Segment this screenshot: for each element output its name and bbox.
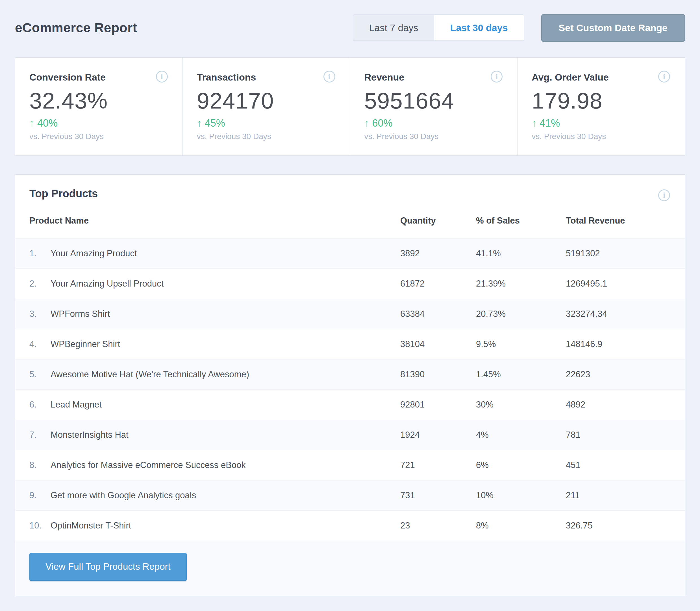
product-quantity: 721 [400, 460, 476, 470]
metric-change: ↑ 60% [364, 117, 518, 129]
metric-compare-label: vs. Previous 30 Days [532, 132, 685, 141]
product-total-revenue: 451 [566, 460, 671, 470]
product-name: Your Amazing Upsell Product [50, 279, 400, 289]
table-row: 4. WPBeginner Shirt 38104 9.5% 148146.9 [15, 329, 685, 359]
product-name: Awesome Motive Hat (We're Technically Aw… [50, 369, 400, 379]
up-arrow-icon: ↑ [197, 117, 202, 129]
metrics-row: Conversion Rate i 32.43% ↑ 40% vs. Previ… [15, 57, 685, 156]
product-percent-of-sales: 8% [476, 521, 566, 531]
table-row: 6. Lead Magnet 92801 30% 4892 [15, 389, 685, 420]
metric-card-transactions: Transactions i 924170 ↑ 45% vs. Previous… [182, 58, 350, 155]
product-percent-of-sales: 1.45% [476, 369, 566, 379]
product-total-revenue: 781 [566, 430, 671, 440]
view-full-top-products-report-button[interactable]: View Full Top Products Report [29, 553, 187, 581]
table-row: 3. WPForms Shirt 63384 20.73% 323274.34 [15, 299, 685, 329]
product-name: MonsterInsights Hat [50, 430, 400, 440]
table-row: 1. Your Amazing Product 3892 41.1% 51913… [15, 238, 685, 268]
product-total-revenue: 148146.9 [566, 339, 671, 349]
product-percent-of-sales: 10% [476, 490, 566, 501]
product-total-revenue: 323274.34 [566, 309, 671, 319]
product-total-revenue: 4892 [566, 400, 671, 410]
metric-value: 32.43% [29, 90, 182, 112]
product-total-revenue: 22623 [566, 369, 671, 379]
topbar-controls: Last 7 days Last 30 days Set Custom Date… [353, 14, 685, 41]
product-name: OptinMonster T-Shirt [50, 521, 400, 531]
product-percent-of-sales: 41.1% [476, 249, 566, 258]
last-7-days-tab[interactable]: Last 7 days [353, 15, 435, 41]
metric-change-value: 40% [37, 117, 58, 129]
set-custom-date-range-button[interactable]: Set Custom Date Range [541, 14, 685, 41]
metric-change: ↑ 45% [197, 117, 350, 129]
info-icon[interactable]: i [156, 71, 168, 83]
product-name: WPForms Shirt [50, 309, 400, 319]
metric-value: 5951664 [364, 90, 518, 112]
metric-value: 924170 [197, 90, 350, 112]
metric-card-avg-order-value: Avg. Order Value i 179.98 ↑ 41% vs. Prev… [517, 58, 685, 155]
row-rank: 2. [29, 279, 50, 289]
product-percent-of-sales: 4% [476, 430, 566, 440]
product-percent-of-sales: 20.73% [476, 309, 566, 319]
top-products-title: Top Products [15, 175, 685, 200]
product-percent-of-sales: 21.39% [476, 279, 566, 289]
column-header-quantity: Quantity [400, 215, 476, 226]
product-quantity: 92801 [400, 400, 476, 410]
table-header-row: Product Name Quantity % of Sales Total R… [15, 215, 685, 238]
product-name: Lead Magnet [50, 400, 400, 410]
table-row: 8. Analytics for Massive eCommerce Succe… [15, 450, 685, 480]
product-quantity: 3892 [400, 249, 476, 258]
info-icon[interactable]: i [658, 189, 670, 201]
column-header-product-name: Product Name [29, 215, 400, 226]
row-rank: 4. [29, 339, 50, 349]
top-products-card: Top Products i Product Name Quantity % o… [15, 174, 685, 596]
metric-change-value: 41% [539, 117, 560, 129]
row-rank: 10. [29, 521, 50, 531]
product-total-revenue: 326.75 [566, 521, 671, 531]
metric-value: 179.98 [532, 90, 685, 112]
metric-card-conversion-rate: Conversion Rate i 32.43% ↑ 40% vs. Previ… [15, 58, 182, 155]
product-name: Get more with Google Analytics goals [50, 490, 400, 501]
row-rank: 3. [29, 309, 50, 319]
info-icon[interactable]: i [491, 71, 503, 83]
metric-compare-label: vs. Previous 30 Days [29, 132, 182, 141]
row-rank: 6. [29, 400, 50, 410]
table-row: 7. MonsterInsights Hat 1924 4% 781 [15, 420, 685, 450]
product-total-revenue: 5191302 [566, 249, 671, 258]
row-rank: 8. [29, 460, 50, 470]
product-percent-of-sales: 30% [476, 400, 566, 410]
info-icon[interactable]: i [323, 71, 335, 83]
table-row: 10. OptinMonster T-Shirt 23 8% 326.75 [15, 510, 685, 541]
row-rank: 5. [29, 369, 50, 379]
product-percent-of-sales: 9.5% [476, 339, 566, 349]
product-name: Your Amazing Product [50, 249, 400, 258]
row-rank: 7. [29, 430, 50, 440]
table-row: 9. Get more with Google Analytics goals … [15, 480, 685, 510]
table-row: 2. Your Amazing Upsell Product 61872 21.… [15, 268, 685, 299]
info-icon[interactable]: i [658, 71, 670, 83]
ecommerce-report-page: eCommerce Report Last 7 days Last 30 day… [0, 0, 700, 596]
metric-change: ↑ 40% [29, 117, 182, 129]
topbar: eCommerce Report Last 7 days Last 30 day… [15, 14, 685, 42]
product-name: WPBeginner Shirt [50, 339, 400, 349]
metric-card-revenue: Revenue i 5951664 ↑ 60% vs. Previous 30 … [350, 58, 518, 155]
last-30-days-tab[interactable]: Last 30 days [434, 15, 523, 41]
row-rank: 1. [29, 249, 50, 258]
up-arrow-icon: ↑ [29, 117, 34, 129]
top-products-footer: View Full Top Products Report [15, 541, 685, 596]
row-rank: 9. [29, 490, 50, 501]
product-total-revenue: 1269495.1 [566, 279, 671, 289]
product-total-revenue: 211 [566, 490, 671, 501]
metric-change-value: 45% [205, 117, 225, 129]
product-percent-of-sales: 6% [476, 460, 566, 470]
product-name: Analytics for Massive eCommerce Success … [50, 460, 400, 470]
metric-compare-label: vs. Previous 30 Days [364, 132, 518, 141]
page-title: eCommerce Report [15, 20, 137, 35]
product-quantity: 23 [400, 521, 476, 531]
date-range-toggle: Last 7 days Last 30 days [353, 14, 524, 41]
column-header-total-revenue: Total Revenue [566, 215, 671, 226]
product-quantity: 1924 [400, 430, 476, 440]
product-quantity: 63384 [400, 309, 476, 319]
up-arrow-icon: ↑ [532, 117, 537, 129]
up-arrow-icon: ↑ [364, 117, 369, 129]
product-quantity: 61872 [400, 279, 476, 289]
column-header-percent-of-sales: % of Sales [476, 215, 566, 226]
